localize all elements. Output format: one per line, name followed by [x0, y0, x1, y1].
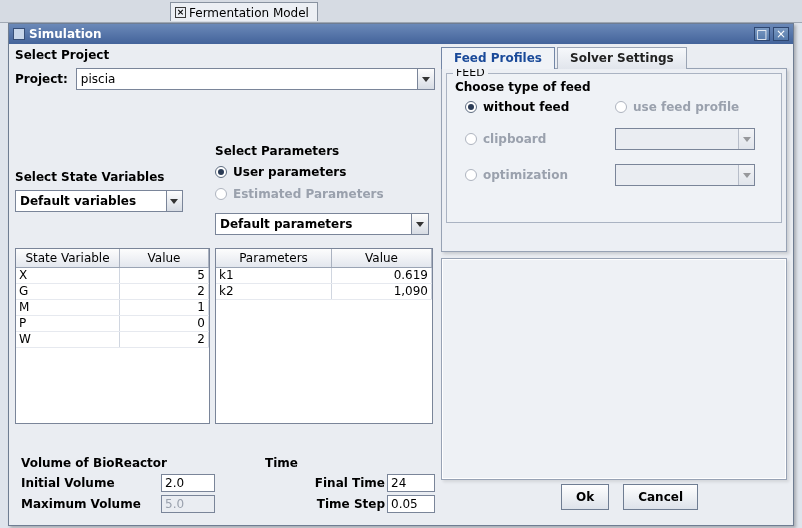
- maximize-button[interactable]: □: [754, 27, 770, 41]
- maximize-icon: □: [756, 28, 767, 40]
- maximum-volume-label: Maximum Volume: [21, 497, 161, 511]
- maximum-volume-input: [161, 495, 215, 513]
- table-row[interactable]: k10.619: [216, 268, 432, 284]
- radio-icon: [615, 101, 627, 113]
- radio-use-feed-profile: use feed profile: [615, 100, 773, 114]
- feed-profiles-panel: FEED Choose type of feed without feed us…: [441, 68, 787, 252]
- optimization-combo-value: [616, 165, 738, 185]
- radio-clipboard-label: clipboard: [483, 132, 546, 146]
- close-button[interactable]: ×: [773, 27, 789, 41]
- state-var-value: 2: [120, 332, 209, 347]
- state-var-value: 5: [120, 268, 209, 283]
- choose-feed-label: Choose type of feed: [455, 80, 773, 94]
- select-project-title: Select Project: [15, 48, 435, 62]
- table-row[interactable]: k21,090: [216, 284, 432, 300]
- radio-icon: [465, 101, 477, 113]
- state-variables-table: State Variable Value X5G2M1P0W2: [15, 248, 210, 424]
- radio-estimated-parameters-label: Estimated Parameters: [233, 187, 384, 201]
- titlebar[interactable]: Simulation □ ×: [9, 24, 793, 44]
- radio-clipboard: clipboard: [465, 132, 615, 146]
- window-icon: [13, 28, 25, 40]
- simulation-window: Simulation □ × Select Project Project: S…: [8, 23, 794, 526]
- right-tabs: Feed Profiles Solver Settings: [441, 46, 787, 68]
- document-tabbar: × Fermentation Model: [0, 0, 802, 23]
- parameters-table: Parameters Value k10.619k21,090: [215, 248, 433, 424]
- cancel-button[interactable]: Cancel: [623, 484, 698, 510]
- radio-without-feed[interactable]: without feed: [465, 100, 615, 114]
- state-table-col-name: State Variable: [16, 249, 120, 267]
- time-title: Time: [265, 456, 435, 470]
- state-vars-combo-value[interactable]: [16, 191, 166, 211]
- param-name: k2: [216, 284, 332, 299]
- project-label: Project:: [15, 72, 68, 86]
- radio-user-parameters-label: User parameters: [233, 165, 346, 179]
- radio-icon: [465, 133, 477, 145]
- volume-title: Volume of BioReactor: [21, 456, 249, 470]
- final-time-label: Final Time: [315, 476, 385, 490]
- param-name: k1: [216, 268, 332, 283]
- chevron-down-icon: [738, 165, 754, 185]
- feed-fieldset: FEED Choose type of feed without feed us…: [446, 73, 782, 223]
- close-icon[interactable]: ×: [175, 7, 186, 18]
- state-var-value: 2: [120, 284, 209, 299]
- state-var-name: W: [16, 332, 120, 347]
- state-var-name: P: [16, 316, 120, 331]
- document-tab-fermentation-model[interactable]: × Fermentation Model: [170, 2, 318, 21]
- project-combo-value[interactable]: [77, 69, 417, 89]
- parameters-combo[interactable]: [215, 213, 429, 235]
- initial-volume-input[interactable]: [161, 474, 215, 492]
- radio-optimization-label: optimization: [483, 168, 568, 182]
- window-title: Simulation: [29, 27, 102, 41]
- initial-volume-label: Initial Volume: [21, 476, 161, 490]
- table-row[interactable]: G2: [16, 284, 209, 300]
- chevron-down-icon[interactable]: [166, 191, 182, 211]
- table-row[interactable]: M1: [16, 300, 209, 316]
- param-table-col-name: Parameters: [216, 249, 332, 267]
- param-value: 1,090: [332, 284, 432, 299]
- select-parameters-title: Select Parameters: [215, 144, 435, 158]
- chevron-down-icon[interactable]: [417, 69, 434, 89]
- right-empty-area: [441, 258, 787, 480]
- select-state-vars-title: Select State Variables: [15, 170, 205, 184]
- time-step-input[interactable]: [387, 495, 435, 513]
- table-row[interactable]: X5: [16, 268, 209, 284]
- document-tab-label: Fermentation Model: [189, 6, 309, 20]
- chevron-down-icon[interactable]: [411, 214, 428, 234]
- state-var-name: G: [16, 284, 120, 299]
- chevron-down-icon: [738, 129, 754, 149]
- radio-without-feed-label: without feed: [483, 100, 569, 114]
- state-var-value: 0: [120, 316, 209, 331]
- radio-icon: [215, 188, 227, 200]
- param-table-col-value: Value: [332, 249, 432, 267]
- state-var-value: 1: [120, 300, 209, 315]
- time-step-label: Time Step: [317, 497, 385, 511]
- state-var-name: M: [16, 300, 120, 315]
- parameters-combo-value[interactable]: [216, 214, 411, 234]
- close-icon: ×: [776, 28, 786, 40]
- state-var-name: X: [16, 268, 120, 283]
- radio-icon: [465, 169, 477, 181]
- radio-user-parameters[interactable]: User parameters: [215, 165, 346, 179]
- table-row[interactable]: W2: [16, 332, 209, 348]
- volume-frame: Volume of BioReactor Initial Volume Maxi…: [15, 456, 255, 517]
- radio-use-feed-profile-label: use feed profile: [633, 100, 739, 114]
- param-value: 0.619: [332, 268, 432, 283]
- final-time-input[interactable]: [387, 474, 435, 492]
- state-table-col-value: Value: [120, 249, 209, 267]
- radio-estimated-parameters: Estimated Parameters: [215, 187, 384, 201]
- table-row[interactable]: P0: [16, 316, 209, 332]
- optimization-combo: [615, 164, 755, 186]
- tab-feed-profiles[interactable]: Feed Profiles: [441, 47, 555, 69]
- clipboard-combo: [615, 128, 755, 150]
- state-vars-combo[interactable]: [15, 190, 183, 212]
- ok-button[interactable]: Ok: [561, 484, 609, 510]
- clipboard-combo-value: [616, 129, 738, 149]
- radio-icon: [215, 166, 227, 178]
- tab-solver-settings[interactable]: Solver Settings: [557, 47, 687, 69]
- radio-optimization: optimization: [465, 168, 615, 182]
- project-combo[interactable]: [76, 68, 435, 90]
